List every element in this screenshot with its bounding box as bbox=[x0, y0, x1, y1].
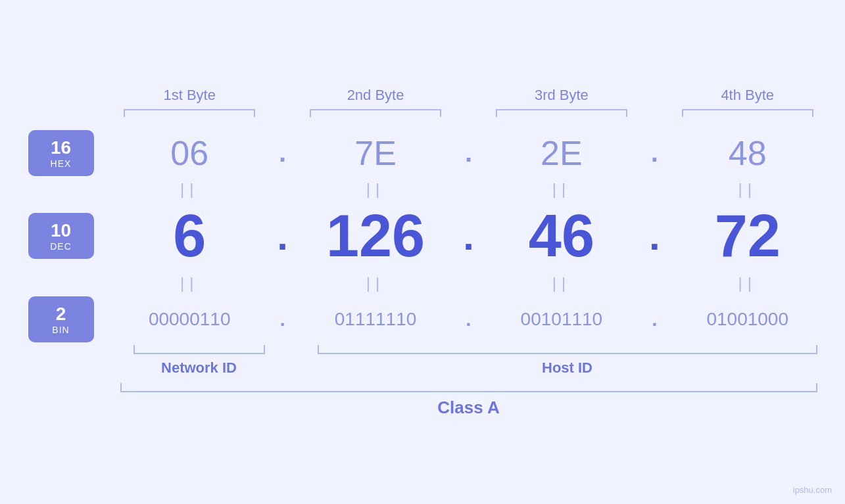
left-spacer bbox=[28, 87, 120, 104]
dec-base-label: DEC bbox=[50, 241, 72, 252]
byte-columns: 1st Byte 2nd Byte 3rd Byte 4th Byte bbox=[120, 87, 817, 104]
dec-row: 10 DEC 6 . 126 . 46 . 72 bbox=[26, 202, 819, 270]
dec-value-3: 46 bbox=[496, 202, 627, 270]
equals-5: || bbox=[124, 274, 255, 292]
bin-value-1: 00000110 bbox=[124, 309, 255, 330]
equals-2: || bbox=[310, 180, 441, 198]
equals-7: || bbox=[496, 274, 627, 292]
bottom-area: Network ID Host ID bbox=[120, 345, 817, 377]
equals-8: || bbox=[682, 274, 813, 292]
top-bracket-columns bbox=[120, 109, 817, 117]
hex-badge: 16 HEX bbox=[28, 130, 94, 176]
dot-hex-2: . bbox=[448, 138, 488, 168]
byte-label-2: 2nd Byte bbox=[310, 87, 441, 104]
hex-base-label: HEX bbox=[51, 158, 72, 169]
equals-area-2: || || || || bbox=[120, 274, 817, 292]
bin-values-area: 00000110 . 01111110 . 00101110 . 0100100… bbox=[120, 308, 817, 331]
watermark: ipshu.com bbox=[793, 485, 832, 495]
byte-label-1: 1st Byte bbox=[124, 87, 255, 104]
dot-dec-2: . bbox=[448, 214, 488, 259]
dec-value-4: 72 bbox=[682, 202, 813, 270]
network-id-section: Network ID bbox=[120, 345, 278, 377]
hex-row: 16 HEX 06 . 7E . 2E . 48 bbox=[26, 130, 819, 176]
hex-value-3: 2E bbox=[496, 133, 627, 173]
dec-base-number: 10 bbox=[51, 220, 71, 241]
byte-label-4: 4th Byte bbox=[682, 87, 813, 104]
equals-row-1: || || || || bbox=[26, 180, 819, 198]
class-label: Class A bbox=[437, 398, 499, 418]
equals-row-2: || || || || bbox=[26, 274, 819, 292]
bottom-bracket-section: Network ID Host ID bbox=[26, 345, 819, 377]
dot-hex-3: . bbox=[635, 138, 674, 168]
host-id-section: Host ID bbox=[318, 345, 817, 377]
top-bracket-1 bbox=[124, 109, 255, 117]
class-row: Class A bbox=[26, 383, 819, 418]
dec-values-area: 6 . 126 . 46 . 72 bbox=[120, 202, 817, 270]
byte-label-3: 3rd Byte bbox=[496, 87, 627, 104]
equals-1: || bbox=[124, 180, 255, 198]
top-bracket-4 bbox=[682, 109, 813, 117]
dec-badge: 10 DEC bbox=[28, 213, 94, 259]
bin-base-number: 2 bbox=[56, 304, 66, 325]
bin-value-2: 01111110 bbox=[310, 309, 441, 330]
equals-3: || bbox=[496, 180, 627, 198]
dot-hex-1: . bbox=[263, 138, 302, 168]
class-area: Class A bbox=[120, 383, 817, 418]
hex-value-4: 48 bbox=[682, 133, 813, 173]
equals-area-1: || || || || bbox=[120, 180, 817, 198]
bin-value-4: 01001000 bbox=[682, 309, 813, 330]
hex-base-number: 16 bbox=[51, 137, 71, 158]
dot-bin-2: . bbox=[448, 308, 488, 331]
top-brackets-row bbox=[26, 109, 819, 117]
network-id-label: Network ID bbox=[161, 359, 237, 377]
hex-value-2: 7E bbox=[310, 133, 441, 173]
hex-values-area: 06 . 7E . 2E . 48 bbox=[120, 133, 817, 173]
equals-6: || bbox=[310, 274, 441, 292]
dot-bin-3: . bbox=[635, 308, 674, 331]
top-bracket-3 bbox=[496, 109, 627, 117]
hex-value-1: 06 bbox=[124, 133, 255, 173]
dot-bin-1: . bbox=[263, 308, 302, 331]
main-container: 1st Byte 2nd Byte 3rd Byte 4th Byte 16 H… bbox=[0, 0, 845, 504]
top-bracket-2 bbox=[310, 109, 441, 117]
dec-value-2: 126 bbox=[310, 202, 441, 270]
host-id-label: Host ID bbox=[542, 359, 592, 377]
dec-value-1: 6 bbox=[124, 202, 255, 270]
dot-dec-1: . bbox=[263, 214, 302, 259]
dot-dec-3: . bbox=[635, 214, 674, 259]
host-id-bracket bbox=[318, 345, 817, 354]
byte-labels-row: 1st Byte 2nd Byte 3rd Byte 4th Byte bbox=[26, 87, 819, 104]
network-id-bracket bbox=[133, 345, 265, 354]
bin-badge: 2 BIN bbox=[28, 296, 94, 342]
bin-value-3: 00101110 bbox=[496, 309, 627, 330]
equals-4: || bbox=[682, 180, 813, 198]
bin-row: 2 BIN 00000110 . 01111110 . 00101110 . 0… bbox=[26, 296, 819, 342]
bin-base-label: BIN bbox=[52, 325, 69, 335]
class-bracket bbox=[120, 383, 817, 392]
